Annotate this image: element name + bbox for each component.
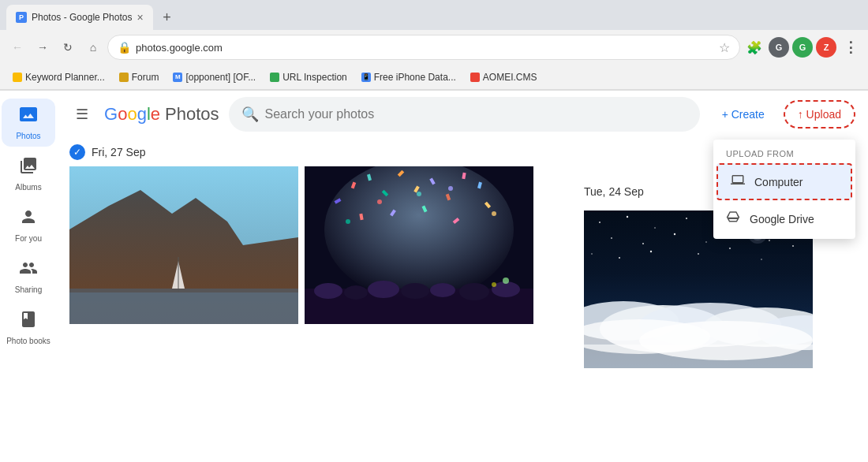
sidebar-label-sharing: Sharing <box>15 285 42 294</box>
photo-books-icon <box>19 310 38 333</box>
sidebar-item-sharing[interactable]: Sharing <box>2 252 55 300</box>
for-you-icon <box>19 207 38 231</box>
sidebar-item-albums[interactable]: Albums <box>2 150 55 198</box>
svg-point-40 <box>627 216 628 218</box>
bookmark-url-inspection[interactable]: URL Inspection <box>264 69 354 86</box>
sidebar-item-photos[interactable]: Photos <box>2 99 55 147</box>
menu-button[interactable]: ⋮ <box>840 36 862 58</box>
bookmark-keyword-planner[interactable]: Keyword Planner... <box>6 69 111 86</box>
svg-rect-69 <box>584 345 813 368</box>
tab-favicon: P <box>16 12 27 23</box>
svg-point-52 <box>769 240 770 241</box>
home-button[interactable]: ⌂ <box>82 36 104 58</box>
svg-point-53 <box>792 245 794 247</box>
upload-dropdown: UPLOAD FROM Computer Google Drive <box>713 140 855 239</box>
back-button[interactable]: ← <box>6 36 28 58</box>
svg-point-29 <box>314 283 342 299</box>
forward-button[interactable]: → <box>32 36 54 58</box>
svg-point-36 <box>503 278 509 284</box>
svg-point-49 <box>674 233 675 235</box>
photo-cliff[interactable] <box>69 166 298 324</box>
computer-icon <box>731 173 745 191</box>
lock-icon: 🔒 <box>118 41 131 54</box>
svg-point-39 <box>599 222 600 223</box>
tab-close-button[interactable]: × <box>137 11 143 24</box>
refresh-button[interactable]: ↻ <box>57 36 79 58</box>
svg-point-41 <box>654 227 656 229</box>
new-tab-button[interactable]: + <box>156 6 178 28</box>
svg-point-42 <box>686 218 687 219</box>
svg-point-55 <box>619 257 620 259</box>
svg-point-57 <box>698 253 699 255</box>
bookmark-opponent[interactable]: M [opponent] [OF... <box>166 69 262 86</box>
bookmark-icon-opponent: M <box>173 73 182 82</box>
tab-title: Photos - Google Photos <box>32 12 132 23</box>
albums-icon <box>19 156 38 180</box>
search-bar[interactable]: 🔍 <box>229 97 700 132</box>
upload-from-computer[interactable]: Computer <box>716 163 852 200</box>
star-icon[interactable]: ☆ <box>719 40 730 55</box>
google-photos-logo: Google Photos <box>104 104 219 125</box>
sidebar-label-for-you: For you <box>15 234 42 243</box>
logo-photos-text: Photos <box>165 104 219 125</box>
tab-bar: P Photos - Google Photos × + <box>0 0 868 30</box>
active-tab[interactable]: P Photos - Google Photos × <box>6 5 153 30</box>
svg-point-26 <box>346 219 350 224</box>
photo-confetti[interactable]: ✓ <box>305 166 533 324</box>
svg-point-47 <box>611 237 612 239</box>
upload-dropdown-header: UPLOAD FROM <box>713 143 855 162</box>
svg-point-31 <box>368 281 399 298</box>
svg-point-58 <box>729 248 731 249</box>
photos-icon <box>19 105 38 129</box>
search-icon: 🔍 <box>241 106 259 123</box>
search-input[interactable] <box>265 107 687 121</box>
sidebar-label-photos: Photos <box>16 132 40 140</box>
bookmark-icon-forum <box>119 73 129 82</box>
sharing-icon <box>19 259 38 282</box>
svg-point-48 <box>642 243 644 244</box>
upload-button[interactable]: ↑ Upload <box>784 100 855 129</box>
svg-point-30 <box>344 285 368 300</box>
bookmark-icon-keyword <box>13 73 22 82</box>
url-input[interactable] <box>136 42 714 54</box>
svg-point-33 <box>430 283 455 297</box>
bookmark-label: [opponent] [OF... <box>185 72 256 83</box>
create-button[interactable]: + Create <box>709 102 777 127</box>
bookmark-label: AOMEI.CMS <box>483 72 537 83</box>
svg-point-34 <box>459 283 489 300</box>
extensions-button[interactable]: 🧩 <box>743 36 765 58</box>
sidebar-item-photo-books[interactable]: Photo books <box>2 304 55 352</box>
computer-label: Computer <box>754 176 803 188</box>
svg-rect-3 <box>69 289 298 324</box>
app-header: ☰ Google Photos 🔍 + Create ↑ Upload UPLO… <box>57 91 868 138</box>
bookmark-forum[interactable]: Forum <box>113 69 166 86</box>
sidebar: Photos Albums For you Sharing Photo book… <box>0 91 57 462</box>
hamburger-button[interactable]: ☰ <box>69 102 95 127</box>
bookmark-label: Free iPhone Data... <box>374 72 456 83</box>
bookmark-free-iphone[interactable]: 📱 Free iPhone Data... <box>355 69 462 86</box>
google-drive-icon <box>726 210 740 228</box>
logo-text: Google <box>104 104 160 125</box>
date-label-sep27: Fri, 27 Sep <box>92 146 145 158</box>
svg-point-50 <box>705 241 707 243</box>
google-drive-label: Google Drive <box>750 213 814 225</box>
svg-point-56 <box>650 251 652 252</box>
bookmark-icon-iphone: 📱 <box>361 73 371 82</box>
bookmarks-bar: Keyword Planner... Forum M [opponent] [O… <box>0 65 868 90</box>
sidebar-item-for-you[interactable]: For you <box>2 201 55 249</box>
svg-point-24 <box>417 192 421 196</box>
bookmark-aomei[interactable]: AOMEI.CMS <box>464 69 544 86</box>
upload-from-google-drive[interactable]: Google Drive <box>713 202 855 236</box>
bookmark-icon-url <box>270 73 279 82</box>
date-checkbox-sep27[interactable]: ✓ <box>69 144 85 160</box>
address-bar[interactable]: 🔒 ☆ <box>107 35 740 60</box>
app-layout: Photos Albums For you Sharing Photo book… <box>0 91 868 462</box>
bookmark-icon-aomei <box>470 73 480 82</box>
profile-avatar-2[interactable]: G <box>792 37 813 58</box>
profile-avatar-z[interactable]: Z <box>816 37 836 58</box>
browser-actions: 🧩 G G Z ⋮ <box>743 36 862 58</box>
sidebar-label-photo-books: Photo books <box>6 337 51 345</box>
browser-chrome: P Photos - Google Photos × + ← → ↻ ⌂ 🔒 ☆… <box>0 0 868 91</box>
profile-avatar-1[interactable]: G <box>769 37 789 58</box>
svg-point-32 <box>401 283 429 299</box>
